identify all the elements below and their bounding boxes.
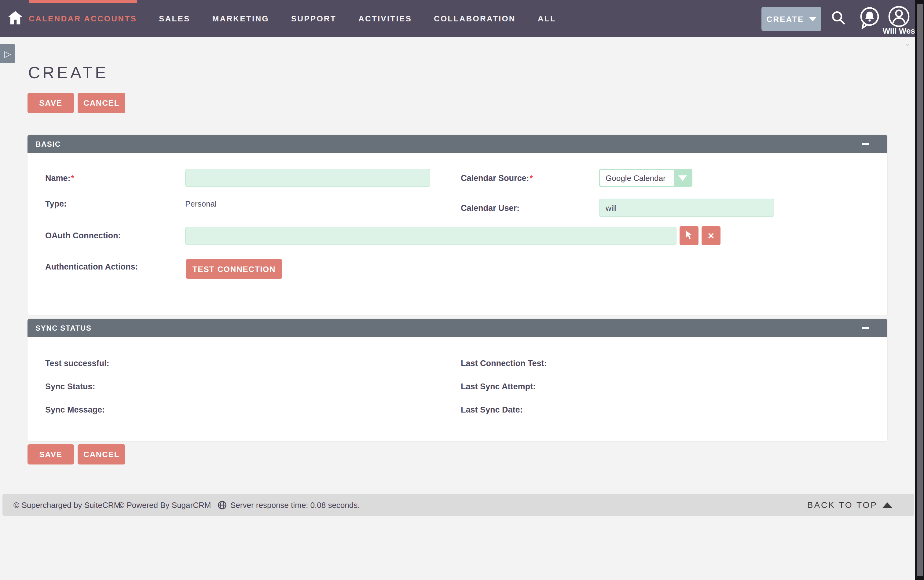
basic-panel: BASIC Name:* Calendar Source:* Google Ca… [28,135,887,315]
type-value: Personal [185,199,217,208]
navbar-create-button[interactable]: CREATE [761,7,821,31]
test-connection-button[interactable]: TEST CONNECTION [186,259,282,279]
chevron-down-icon [809,17,816,21]
close-x-icon: ✕ [707,231,715,241]
authentication-actions-label: Authentication Actions: [45,262,138,271]
save-button-bottom[interactable]: SAVE [28,444,74,465]
sync-status-label: Sync Status: [45,382,96,391]
cancel-button-top[interactable]: CANCEL [77,93,125,113]
navbar-create-label: CREATE [767,14,804,23]
last-sync-attempt-label: Last Sync Attempt: [461,382,535,391]
save-button-top[interactable]: SAVE [28,93,74,113]
oauth-select-button[interactable] [680,226,698,245]
suitecrm-credit: © Supercharged by SuiteCRM [13,494,120,516]
test-successful-label: Test successful: [45,359,109,368]
oauth-connection-label: OAuth Connection: [45,231,121,240]
search-button[interactable] [830,10,847,28]
collapse-chevron-icon: ⌄ [904,39,911,48]
nav-item-support[interactable]: SUPPORT [291,14,336,23]
back-to-top-button[interactable]: BACK TO TOP [807,494,892,516]
sync-status-panel-header[interactable]: SYNC STATUS [28,319,887,337]
notifications-button[interactable] [858,7,881,32]
name-input[interactable] [185,169,430,187]
cancel-button-bottom[interactable]: CANCEL [77,444,125,465]
select-caret-box [674,170,691,186]
back-to-top-label: BACK TO TOP [807,500,878,510]
nav-item-calendar-accounts[interactable]: CALENDAR ACCOUNTS [29,14,137,23]
nav-menu: CALENDAR ACCOUNTS SALES MARKETING SUPPOR… [29,0,556,37]
nav-item-activities[interactable]: ACTIVITIES [358,14,412,23]
scrollbar-thumb[interactable] [917,4,924,576]
calendar-user-input[interactable] [599,199,774,217]
page-scrollbar [915,0,924,580]
oauth-connection-input[interactable] [185,227,677,245]
basic-panel-header[interactable]: BASIC [28,135,887,153]
home-icon [7,10,23,28]
sync-status-panel-title: SYNC STATUS [35,324,91,332]
nav-item-sales[interactable]: SALES [159,14,190,23]
nav-item-all[interactable]: ALL [538,14,556,23]
sidebar-toggle-button[interactable]: ▷ [0,44,15,63]
cursor-arrow-icon [684,230,693,241]
footer-bar: © Supercharged by SuiteCRM © Powered By … [2,494,914,516]
name-label: Name:* [45,173,74,183]
globe-icon [217,500,227,509]
type-label: Type: [45,199,67,208]
sync-message-label: Sync Message: [45,405,105,414]
calendar-source-label: Calendar Source:* [461,173,533,183]
sync-status-panel: SYNC STATUS Test successful: Last Connec… [28,319,887,441]
nav-item-collaboration[interactable]: COLLABORATION [434,14,516,23]
calendar-source-select[interactable]: Google Calendar [599,169,692,187]
calendar-source-value: Google Calendar [600,170,674,186]
nav-item-marketing[interactable]: MARKETING [212,14,269,23]
required-asterisk: * [530,173,533,183]
triangle-up-icon [883,502,892,508]
expand-triangle-icon: ▷ [4,49,11,58]
oauth-clear-button[interactable]: ✕ [702,226,720,245]
calendar-user-label: Calendar User: [461,204,519,213]
search-icon [830,10,847,28]
server-response-time: Server response time: 0.08 seconds. [231,500,360,509]
collapse-minus-icon[interactable] [862,143,869,145]
top-navbar: CALENDAR ACCOUNTS SALES MARKETING SUPPOR… [0,0,924,37]
page-title: CREATE [28,64,109,82]
notification-bell-icon [858,7,880,32]
required-asterisk: * [71,173,74,183]
chevron-down-icon [679,175,687,181]
collapse-minus-icon[interactable] [862,327,869,329]
last-connection-test-label: Last Connection Test: [461,359,547,368]
basic-panel-title: BASIC [35,140,61,148]
home-button[interactable] [5,8,26,29]
sugarcrm-credit: © Powered By SugarCRM [119,494,211,516]
last-sync-date-label: Last Sync Date: [461,405,523,414]
